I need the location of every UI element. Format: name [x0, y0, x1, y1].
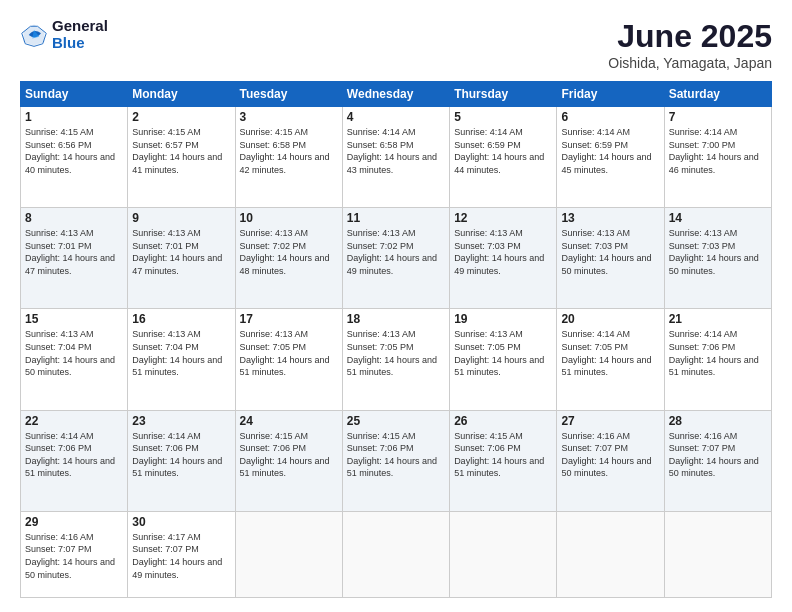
day-number: 20 — [561, 312, 659, 326]
table-row: 9 Sunrise: 4:13 AM Sunset: 7:01 PM Dayli… — [128, 208, 235, 309]
day-number: 17 — [240, 312, 338, 326]
table-row — [557, 511, 664, 597]
subtitle: Oishida, Yamagata, Japan — [608, 55, 772, 71]
day-info: Sunrise: 4:15 AM Sunset: 6:57 PM Dayligh… — [132, 126, 230, 176]
logo-line2: Blue — [52, 35, 108, 52]
day-info: Sunrise: 4:14 AM Sunset: 7:06 PM Dayligh… — [25, 430, 123, 480]
day-number: 4 — [347, 110, 445, 124]
day-info: Sunrise: 4:13 AM Sunset: 7:02 PM Dayligh… — [240, 227, 338, 277]
table-row: 21 Sunrise: 4:14 AM Sunset: 7:06 PM Dayl… — [664, 309, 771, 410]
col-sunday: Sunday — [21, 82, 128, 107]
day-info: Sunrise: 4:13 AM Sunset: 7:01 PM Dayligh… — [132, 227, 230, 277]
table-row: 1 Sunrise: 4:15 AM Sunset: 6:56 PM Dayli… — [21, 107, 128, 208]
day-number: 9 — [132, 211, 230, 225]
day-number: 6 — [561, 110, 659, 124]
col-wednesday: Wednesday — [342, 82, 449, 107]
day-info: Sunrise: 4:13 AM Sunset: 7:04 PM Dayligh… — [132, 328, 230, 378]
day-info: Sunrise: 4:14 AM Sunset: 7:06 PM Dayligh… — [669, 328, 767, 378]
day-info: Sunrise: 4:16 AM Sunset: 7:07 PM Dayligh… — [561, 430, 659, 480]
day-info: Sunrise: 4:13 AM Sunset: 7:03 PM Dayligh… — [561, 227, 659, 277]
table-row: 7 Sunrise: 4:14 AM Sunset: 7:00 PM Dayli… — [664, 107, 771, 208]
table-row: 18 Sunrise: 4:13 AM Sunset: 7:05 PM Dayl… — [342, 309, 449, 410]
day-number: 19 — [454, 312, 552, 326]
table-row: 26 Sunrise: 4:15 AM Sunset: 7:06 PM Dayl… — [450, 410, 557, 511]
day-number: 7 — [669, 110, 767, 124]
calendar-week-2: 8 Sunrise: 4:13 AM Sunset: 7:01 PM Dayli… — [21, 208, 772, 309]
table-row — [450, 511, 557, 597]
day-info: Sunrise: 4:14 AM Sunset: 7:05 PM Dayligh… — [561, 328, 659, 378]
logo: General Blue — [20, 18, 108, 51]
day-number: 1 — [25, 110, 123, 124]
day-number: 21 — [669, 312, 767, 326]
calendar-week-1: 1 Sunrise: 4:15 AM Sunset: 6:56 PM Dayli… — [21, 107, 772, 208]
table-row: 5 Sunrise: 4:14 AM Sunset: 6:59 PM Dayli… — [450, 107, 557, 208]
day-info: Sunrise: 4:16 AM Sunset: 7:07 PM Dayligh… — [669, 430, 767, 480]
day-info: Sunrise: 4:15 AM Sunset: 7:06 PM Dayligh… — [347, 430, 445, 480]
day-info: Sunrise: 4:17 AM Sunset: 7:07 PM Dayligh… — [132, 531, 230, 581]
table-row: 20 Sunrise: 4:14 AM Sunset: 7:05 PM Dayl… — [557, 309, 664, 410]
day-info: Sunrise: 4:13 AM Sunset: 7:05 PM Dayligh… — [240, 328, 338, 378]
day-info: Sunrise: 4:13 AM Sunset: 7:03 PM Dayligh… — [454, 227, 552, 277]
table-row: 30 Sunrise: 4:17 AM Sunset: 7:07 PM Dayl… — [128, 511, 235, 597]
day-number: 23 — [132, 414, 230, 428]
table-row: 22 Sunrise: 4:14 AM Sunset: 7:06 PM Dayl… — [21, 410, 128, 511]
col-tuesday: Tuesday — [235, 82, 342, 107]
day-number: 28 — [669, 414, 767, 428]
table-row: 24 Sunrise: 4:15 AM Sunset: 7:06 PM Dayl… — [235, 410, 342, 511]
day-info: Sunrise: 4:14 AM Sunset: 6:59 PM Dayligh… — [454, 126, 552, 176]
day-info: Sunrise: 4:15 AM Sunset: 6:56 PM Dayligh… — [25, 126, 123, 176]
day-number: 15 — [25, 312, 123, 326]
table-row — [664, 511, 771, 597]
day-number: 14 — [669, 211, 767, 225]
day-info: Sunrise: 4:13 AM Sunset: 7:04 PM Dayligh… — [25, 328, 123, 378]
day-info: Sunrise: 4:13 AM Sunset: 7:03 PM Dayligh… — [669, 227, 767, 277]
day-number: 22 — [25, 414, 123, 428]
day-number: 5 — [454, 110, 552, 124]
page: General Blue June 2025 Oishida, Yamagata… — [0, 0, 792, 612]
table-row: 25 Sunrise: 4:15 AM Sunset: 7:06 PM Dayl… — [342, 410, 449, 511]
calendar-week-4: 22 Sunrise: 4:14 AM Sunset: 7:06 PM Dayl… — [21, 410, 772, 511]
calendar-week-3: 15 Sunrise: 4:13 AM Sunset: 7:04 PM Dayl… — [21, 309, 772, 410]
table-row: 11 Sunrise: 4:13 AM Sunset: 7:02 PM Dayl… — [342, 208, 449, 309]
table-row: 4 Sunrise: 4:14 AM Sunset: 6:58 PM Dayli… — [342, 107, 449, 208]
day-number: 16 — [132, 312, 230, 326]
day-number: 29 — [25, 515, 123, 529]
day-number: 18 — [347, 312, 445, 326]
day-number: 25 — [347, 414, 445, 428]
day-number: 24 — [240, 414, 338, 428]
table-row: 8 Sunrise: 4:13 AM Sunset: 7:01 PM Dayli… — [21, 208, 128, 309]
calendar-header-row: Sunday Monday Tuesday Wednesday Thursday… — [21, 82, 772, 107]
day-info: Sunrise: 4:16 AM Sunset: 7:07 PM Dayligh… — [25, 531, 123, 581]
table-row: 29 Sunrise: 4:16 AM Sunset: 7:07 PM Dayl… — [21, 511, 128, 597]
day-number: 26 — [454, 414, 552, 428]
table-row: 14 Sunrise: 4:13 AM Sunset: 7:03 PM Dayl… — [664, 208, 771, 309]
calendar-table: Sunday Monday Tuesday Wednesday Thursday… — [20, 81, 772, 598]
day-number: 2 — [132, 110, 230, 124]
day-info: Sunrise: 4:15 AM Sunset: 6:58 PM Dayligh… — [240, 126, 338, 176]
logo-icon — [20, 21, 48, 49]
day-number: 13 — [561, 211, 659, 225]
day-info: Sunrise: 4:14 AM Sunset: 6:59 PM Dayligh… — [561, 126, 659, 176]
day-info: Sunrise: 4:13 AM Sunset: 7:05 PM Dayligh… — [454, 328, 552, 378]
day-number: 11 — [347, 211, 445, 225]
day-info: Sunrise: 4:13 AM Sunset: 7:01 PM Dayligh… — [25, 227, 123, 277]
calendar-week-5: 29 Sunrise: 4:16 AM Sunset: 7:07 PM Dayl… — [21, 511, 772, 597]
table-row: 16 Sunrise: 4:13 AM Sunset: 7:04 PM Dayl… — [128, 309, 235, 410]
table-row: 2 Sunrise: 4:15 AM Sunset: 6:57 PM Dayli… — [128, 107, 235, 208]
header: General Blue June 2025 Oishida, Yamagata… — [20, 18, 772, 71]
day-number: 27 — [561, 414, 659, 428]
col-friday: Friday — [557, 82, 664, 107]
table-row: 27 Sunrise: 4:16 AM Sunset: 7:07 PM Dayl… — [557, 410, 664, 511]
col-saturday: Saturday — [664, 82, 771, 107]
logo-line1: General — [52, 18, 108, 35]
day-number: 10 — [240, 211, 338, 225]
day-info: Sunrise: 4:14 AM Sunset: 7:06 PM Dayligh… — [132, 430, 230, 480]
day-info: Sunrise: 4:14 AM Sunset: 7:00 PM Dayligh… — [669, 126, 767, 176]
table-row: 28 Sunrise: 4:16 AM Sunset: 7:07 PM Dayl… — [664, 410, 771, 511]
table-row: 23 Sunrise: 4:14 AM Sunset: 7:06 PM Dayl… — [128, 410, 235, 511]
day-info: Sunrise: 4:13 AM Sunset: 7:02 PM Dayligh… — [347, 227, 445, 277]
table-row: 10 Sunrise: 4:13 AM Sunset: 7:02 PM Dayl… — [235, 208, 342, 309]
table-row: 12 Sunrise: 4:13 AM Sunset: 7:03 PM Dayl… — [450, 208, 557, 309]
table-row: 3 Sunrise: 4:15 AM Sunset: 6:58 PM Dayli… — [235, 107, 342, 208]
day-number: 8 — [25, 211, 123, 225]
